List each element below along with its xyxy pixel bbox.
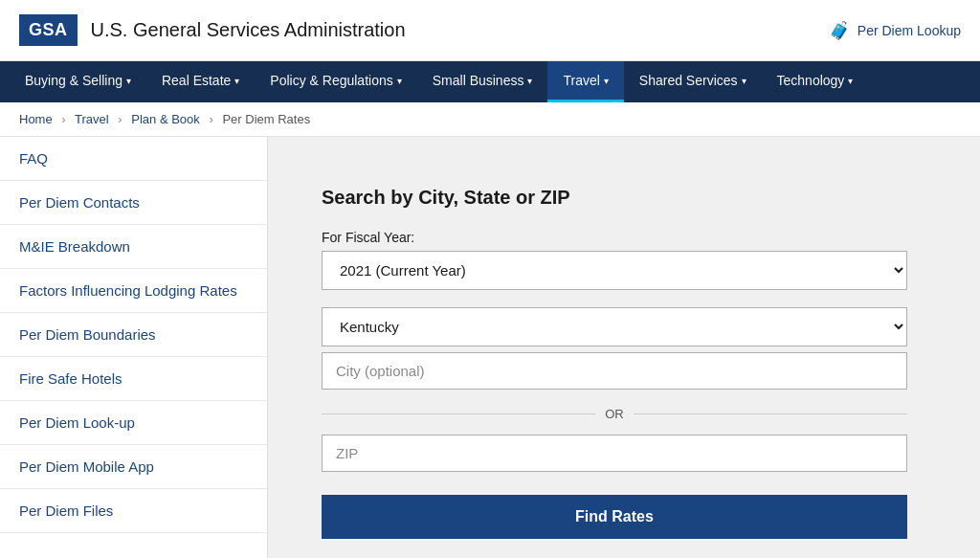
caret-icon: ▾ [604,76,609,86]
fiscal-year-group: For Fiscal Year: 2021 (Current Year)2020… [322,230,907,290]
sidebar-item-m-ie-breakdown[interactable]: M&IE Breakdown [0,225,267,269]
caret-icon: ▾ [848,76,853,86]
nav-item-real-estate[interactable]: Real Estate ▾ [146,61,255,102]
sidebar-item-per-diem-look-up[interactable]: Per Diem Look-up [0,401,267,445]
breadcrumb: Home › Travel › Plan & Book › Per Diem R… [0,102,980,137]
state-group: AlabamaAlaskaArizonaArkansasCaliforniaCo… [322,307,907,346]
caret-icon: ▾ [397,76,402,86]
fiscal-year-label: For Fiscal Year: [322,230,907,245]
briefcase-icon: 🧳 [829,20,850,41]
sidebar-item-per-diem-boundaries[interactable]: Per Diem Boundaries [0,313,267,357]
breadcrumb-plan-book[interactable]: Plan & Book [131,112,200,126]
main-content: Search by City, State or ZIP For Fiscal … [268,137,980,558]
sidebar-item-fire-safe-hotels[interactable]: Fire Safe Hotels [0,357,267,401]
breadcrumb-travel[interactable]: Travel [75,112,109,126]
sidebar-item-faq[interactable]: FAQ [0,137,267,181]
find-rates-button[interactable]: Find Rates [322,495,907,539]
nav-item-technology[interactable]: Technology ▾ [762,61,869,102]
nav-item-buying---selling[interactable]: Buying & Selling ▾ [10,61,146,102]
breadcrumb-home[interactable]: Home [19,112,53,126]
nav-item-travel[interactable]: Travel ▾ [547,61,623,102]
sidebar-item-per-diem-contacts[interactable]: Per Diem Contacts [0,181,267,225]
main-nav: Buying & Selling ▾Real Estate ▾Policy & … [0,61,980,102]
sidebar: FAQPer Diem ContactsM&IE BreakdownFactor… [0,137,268,558]
caret-icon: ▾ [126,76,131,86]
site-header: GSA U.S. General Services Administration… [0,0,980,61]
zip-group [322,435,907,472]
per-diem-lookup-link[interactable]: 🧳 Per Diem Lookup [829,20,961,41]
zip-input[interactable] [322,435,907,472]
sidebar-item-per-diem-mobile-app[interactable]: Per Diem Mobile App [0,445,267,489]
site-title: U.S. General Services Administration [91,19,829,41]
per-diem-lookup-label: Per Diem Lookup [858,23,961,38]
fiscal-year-select[interactable]: 2021 (Current Year)202020192018 [322,251,907,290]
city-group [322,352,907,390]
caret-icon: ▾ [234,76,239,86]
search-title: Search by City, State or ZIP [322,187,907,209]
city-input[interactable] [322,352,907,390]
state-select[interactable]: AlabamaAlaskaArizonaArkansasCaliforniaCo… [322,307,907,346]
breadcrumb-current: Per Diem Rates [222,112,310,126]
sidebar-item-per-diem-files[interactable]: Per Diem Files [0,489,267,533]
or-text: OR [605,407,624,421]
caret-icon: ▾ [742,76,746,86]
search-panel: Search by City, State or ZIP For Fiscal … [299,164,930,558]
nav-item-small-business[interactable]: Small Business ▾ [417,61,548,102]
nav-item-shared-services[interactable]: Shared Services ▾ [624,61,762,102]
content-wrapper: FAQPer Diem ContactsM&IE BreakdownFactor… [0,137,980,558]
gsa-logo: GSA [19,14,78,46]
sidebar-item-factors-influencing-lodging-rates[interactable]: Factors Influencing Lodging Rates [0,269,267,313]
or-divider: OR [322,407,907,421]
caret-icon: ▾ [527,76,532,86]
nav-item-policy---regulations[interactable]: Policy & Regulations ▾ [255,61,416,102]
